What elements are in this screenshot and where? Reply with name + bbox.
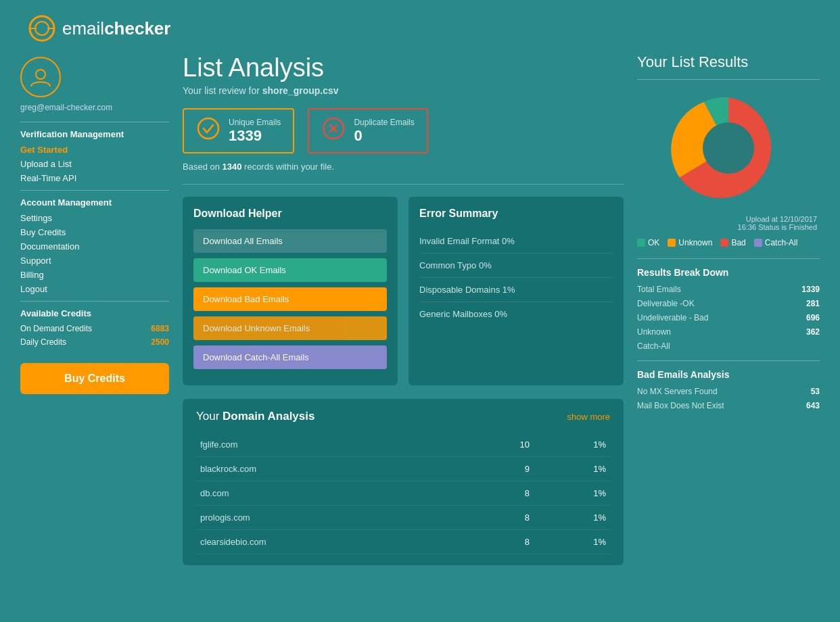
user-icon — [29, 66, 52, 89]
sidebar-item-real-time-api[interactable]: Real-Time API — [20, 173, 169, 183]
domain-table-row: fglife.com101% — [196, 433, 610, 457]
results-divider-1 — [637, 79, 820, 80]
error-row-3: Generic Mailboxes 0% — [419, 302, 613, 326]
pie-info: Upload at 12/10/2017 16:36 Status is Fin… — [637, 215, 820, 231]
main-layout: greg@email-checker.com Verification Mana… — [0, 50, 840, 579]
breakdown-row: Unknown362 — [637, 327, 820, 337]
breakdown-row: Catch-All — [637, 341, 820, 351]
main-content: List Analysis Your list review for shore… — [183, 50, 624, 565]
credits-title: Available Credits — [20, 308, 169, 318]
logo: emailchecker — [27, 14, 170, 43]
download-catchall-button[interactable]: Download Catch-All Emails — [193, 345, 387, 369]
sidebar-divider-2 — [20, 190, 169, 191]
unique-emails-info: Unique Emails 1339 — [229, 118, 281, 145]
download-helper-panel: Download Helper Download All Emails Down… — [183, 197, 398, 385]
legend-item: Bad — [720, 238, 745, 247]
legend: OKUnknownBadCatch-All — [637, 238, 820, 247]
domain-table-row: prologis.com81% — [196, 506, 610, 530]
bad-analysis-row: Mail Box Does Not Exist643 — [637, 401, 820, 410]
sidebar-item-settings[interactable]: Settings — [20, 213, 169, 223]
stats-row: Unique Emails 1339 Duplicate Emails 0 — [183, 108, 624, 153]
breakdown-row: Undeliverable - Bad696 — [637, 313, 820, 322]
legend-dot — [754, 239, 762, 247]
download-helper-title: Download Helper — [193, 208, 387, 220]
download-ok-button[interactable]: Download OK Emails — [193, 258, 387, 282]
sidebar-item-logout[interactable]: Logout — [20, 284, 169, 294]
sidebar-section-account: Account Management — [20, 197, 169, 208]
legend-item: Unknown — [668, 238, 712, 247]
on-demand-value: 6883 — [151, 324, 169, 333]
domain-panel-header: Your Domain Analysis show more — [196, 410, 610, 423]
svg-point-5 — [198, 118, 218, 139]
legend-dot — [720, 239, 728, 247]
domain-analysis-title: Your Domain Analysis — [196, 410, 314, 423]
svg-point-4 — [36, 70, 45, 79]
logo-text: emailchecker — [62, 18, 170, 39]
checkmark-icon — [196, 116, 220, 145]
breakdown-title: Results Break Down — [637, 267, 820, 278]
page-title: List Analysis — [183, 53, 624, 82]
legend-dot — [668, 239, 676, 247]
bad-analysis-title: Bad Emails Analysis — [637, 369, 820, 380]
error-row-1: Common Typo 0% — [419, 254, 613, 278]
domain-table: fglife.com101%blackrock.com91%db.com81%p… — [196, 433, 610, 554]
records-note: Based on 1340 records within your file. — [183, 162, 624, 172]
on-demand-label: On Demand Credits — [20, 324, 92, 333]
sidebar-item-upload-list[interactable]: Upload a List — [20, 159, 169, 169]
breakdown-row: Total Emails1339 — [637, 285, 820, 294]
duplicate-emails-info: Duplicate Emails 0 — [354, 118, 414, 145]
x-icon — [321, 116, 346, 145]
avatar — [20, 57, 61, 97]
sidebar-divider-3 — [20, 301, 169, 302]
domain-table-row: blackrock.com91% — [196, 457, 610, 481]
svg-point-9 — [703, 122, 754, 174]
results-title: Your List Results — [637, 53, 820, 71]
breakdown-section: Results Break Down Total Emails1339Deliv… — [637, 258, 820, 351]
sidebar-item-billing[interactable]: Billing — [20, 270, 169, 280]
on-demand-credits-row: On Demand Credits 6883 — [20, 324, 169, 333]
daily-credits-row: Daily Credits 2500 — [20, 337, 169, 347]
domain-analysis-panel: Your Domain Analysis show more fglife.co… — [183, 399, 624, 565]
subtitle: Your list review for shore_group.csv — [183, 85, 624, 96]
sidebar-item-get-started[interactable]: Get Started — [20, 145, 169, 155]
buy-credits-button[interactable]: Buy Credits — [20, 363, 169, 394]
error-row-0: Invalid Email Format 0% — [419, 229, 613, 254]
download-bad-button[interactable]: Download Bad Emails — [193, 287, 387, 311]
header: emailchecker — [0, 0, 840, 50]
unique-emails-stat: Unique Emails 1339 — [183, 108, 294, 153]
logo-icon — [27, 14, 57, 43]
bad-analysis-section: Bad Emails Analysis No MX Servers Found5… — [637, 360, 820, 410]
sidebar-divider-1 — [20, 122, 169, 122]
daily-value: 2500 — [151, 337, 169, 347]
sidebar-item-support[interactable]: Support — [20, 256, 169, 266]
sidebar-email: greg@email-checker.com — [20, 103, 169, 112]
right-panel: Your List Results Upload at 12/10/2017 1… — [637, 50, 820, 565]
sidebar: greg@email-checker.com Verification Mana… — [20, 50, 169, 565]
legend-item: Catch-All — [754, 238, 798, 247]
download-unknown-button[interactable]: Download Unknown Emails — [193, 316, 387, 340]
show-more-link[interactable]: show more — [567, 412, 610, 422]
error-summary-panel: Error Summary Invalid Email Format 0% Co… — [409, 197, 624, 385]
sidebar-item-documentation[interactable]: Documentation — [20, 241, 169, 252]
content-divider — [183, 184, 624, 185]
sidebar-section-verification: Verification Management — [20, 129, 169, 139]
error-summary-title: Error Summary — [419, 208, 613, 220]
error-row-2: Disposable Domains 1% — [419, 278, 613, 302]
svg-point-1 — [35, 22, 49, 35]
breakdown-row: Deliverable -OK281 — [637, 299, 820, 308]
panels-row: Download Helper Download All Emails Down… — [183, 197, 624, 385]
legend-item: OK — [637, 238, 659, 247]
bad-analysis-row: No MX Servers Found53 — [637, 387, 820, 396]
pie-svg — [661, 91, 796, 206]
domain-table-row: db.com81% — [196, 481, 610, 506]
pie-chart — [661, 91, 796, 208]
domain-table-row: clearsidebio.com81% — [196, 530, 610, 554]
legend-dot — [637, 239, 645, 247]
duplicate-emails-stat: Duplicate Emails 0 — [308, 108, 427, 153]
sidebar-item-buy-credits[interactable]: Buy Credits — [20, 227, 169, 237]
daily-label: Daily Credits — [20, 337, 66, 347]
download-all-button[interactable]: Download All Emails — [193, 229, 387, 253]
